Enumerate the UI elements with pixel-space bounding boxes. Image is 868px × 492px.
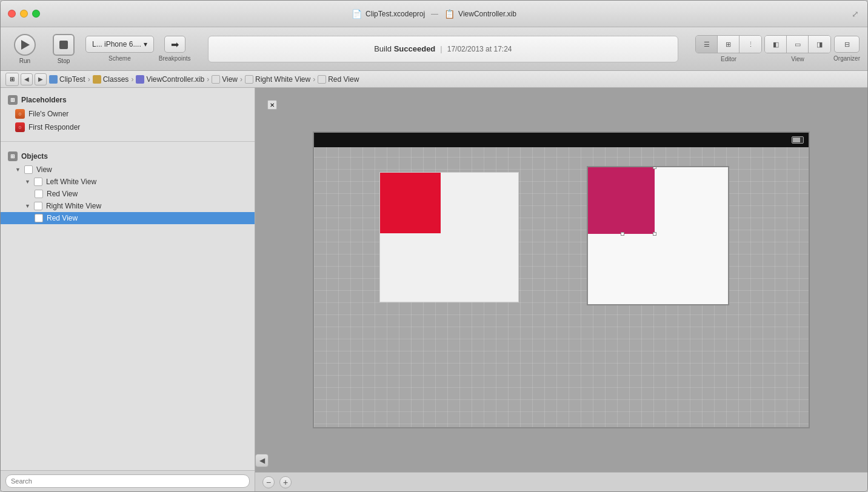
scheme-chevron-icon: ▾ (144, 40, 147, 48)
right-red-view-icon (35, 214, 43, 222)
scheme-selector[interactable]: L... iPhone 6.... ▾ (85, 36, 154, 53)
breadcrumb-view-label: View (222, 75, 238, 84)
left-red-view-label: Red View (47, 190, 78, 198)
sidebar-item-first-responder[interactable]: ○ First Responder (1, 121, 255, 134)
titlebar-title: 📄 ClipTest.xcodeproj — 📋 ViewController.… (352, 9, 516, 19)
project-file-icon: 📄 (352, 9, 362, 19)
debug-button[interactable]: ▭ (787, 36, 809, 53)
version-editor-button[interactable]: ⋮ (739, 36, 761, 53)
placeholders-label: Placeholders (21, 96, 67, 104)
grid-nav-button[interactable]: ⊞ (5, 73, 19, 86)
view-label-text: View (36, 165, 52, 174)
scheme-section: L... iPhone 6.... ▾ Scheme (85, 36, 154, 62)
files-owner-icon: ○ (15, 109, 25, 119)
sidebar-search-bar (1, 470, 255, 491)
breadcrumb-items: ClipTest › Classes › ViewController.xib … (49, 75, 359, 84)
canvas-bottom-bar: − + (255, 472, 867, 491)
build-divider: | (440, 44, 442, 53)
iphone-status-bar (314, 133, 809, 147)
sidebar: ⊞ Placeholders ○ File's Owner ○ First Re… (1, 88, 255, 491)
minimize-button[interactable] (20, 10, 28, 18)
breadcrumb-sep-2: › (131, 75, 133, 84)
stop-button[interactable]: Stop (47, 30, 81, 68)
build-timestamp: 17/02/2013 at 17:24 (447, 45, 512, 53)
titlebar: 📄 ClipTest.xcodeproj — 📋 ViewController.… (1, 1, 867, 27)
fullscreen-button[interactable]: ⤢ (850, 9, 860, 19)
objects-icon: ⊞ (8, 151, 18, 161)
placeholders-section: ⊞ Placeholders ○ File's Owner ○ First Re… (1, 88, 255, 139)
zoom-in-button[interactable]: + (279, 476, 292, 488)
sidebar-item-left-red-view[interactable]: Red View (1, 188, 255, 200)
view-button-group: ◧ ▭ ◨ (764, 35, 831, 53)
selection-handle-tr[interactable] (653, 166, 656, 169)
back-button[interactable]: ◀ (21, 73, 33, 85)
breakpoints-button[interactable]: ➡ (164, 36, 185, 53)
close-button[interactable] (8, 10, 16, 18)
left-red-view-icon (35, 190, 43, 198)
files-owner-label: File's Owner (28, 110, 68, 118)
run-button[interactable]: Run (8, 30, 42, 68)
sidebar-item-view[interactable]: View (1, 164, 255, 176)
organizer-button[interactable]: ⊟ (834, 36, 860, 53)
breadcrumb-right-white-view-label: Right White View (255, 75, 310, 84)
breadcrumb-clip-test[interactable]: ClipTest (49, 75, 85, 84)
left-white-view-icon (34, 178, 42, 186)
left-white-view-label: Left White View (46, 178, 96, 186)
objects-section: ⊞ Objects View Left White View (1, 144, 255, 229)
view-icon (24, 165, 33, 174)
traffic-lights (8, 10, 40, 18)
left-collapse-button[interactable]: ◀ (255, 454, 269, 467)
main-content: ⊞ Placeholders ○ File's Owner ○ First Re… (1, 88, 867, 491)
breadcrumb-view[interactable]: View (212, 75, 238, 84)
left-white-view-canvas (379, 172, 519, 302)
utilities-button[interactable]: ◨ (809, 36, 830, 53)
breadcrumb-viewcontroller-label: ViewController.xib (146, 75, 204, 84)
nav-icons: ⊞ ◀ ▶ (5, 73, 47, 86)
title-separator: — (431, 10, 438, 18)
scheme-label: L... iPhone 6.... (92, 40, 141, 48)
canvas-area: ◀ ✕ (255, 88, 867, 491)
objects-header: ⊞ Objects (1, 149, 255, 164)
classes-folder-icon (93, 75, 101, 84)
sidebar-search-input[interactable] (5, 474, 250, 488)
zoom-out-button[interactable]: − (262, 476, 275, 488)
right-white-view-bc-icon (245, 75, 253, 84)
editor-section: ☰ ⊞ ⋮ Editor (695, 35, 762, 62)
forward-button[interactable]: ▶ (35, 73, 47, 85)
navigator-button[interactable]: ◧ (765, 36, 787, 53)
organizer-label: Organizer (833, 55, 860, 62)
sidebar-item-right-white-view[interactable]: Right White View (1, 200, 255, 212)
sidebar-item-left-white-view[interactable]: Left White View (1, 176, 255, 188)
selection-handle-br[interactable] (653, 232, 656, 236)
main-window: 📄 ClipTest.xcodeproj — 📋 ViewController.… (0, 0, 868, 492)
first-responder-icon: ○ (15, 122, 25, 132)
canvas-wrapper: ✕ (255, 88, 867, 472)
scheme-section-label: Scheme (109, 55, 131, 62)
assistant-editor-button[interactable]: ⊞ (718, 36, 739, 53)
build-status-bar: Build Succeeded | 17/02/2013 at 17:24 (208, 36, 679, 62)
breadcrumb-clip-test-label: ClipTest (59, 75, 85, 84)
sidebar-divider (1, 141, 255, 142)
run-triangle-icon (21, 40, 30, 50)
run-circle-icon (14, 34, 36, 56)
view-file-icon: 📋 (444, 9, 455, 19)
organizer-section: ⊟ Organizer (833, 36, 860, 62)
maximize-button[interactable] (32, 10, 40, 18)
view-section: ◧ ▭ ◨ View (764, 35, 831, 62)
sidebar-item-files-owner[interactable]: ○ File's Owner (1, 107, 255, 121)
breadcrumb-viewcontroller[interactable]: ViewController.xib (136, 75, 204, 84)
build-result: Succeeded (394, 44, 436, 53)
sidebar-item-right-red-view[interactable]: Red View (1, 212, 255, 224)
selection-handle-bm[interactable] (621, 232, 624, 236)
breadcrumb-classes[interactable]: Classes (93, 75, 129, 84)
canvas-close-button[interactable]: ✕ (267, 100, 277, 110)
right-white-view-canvas[interactable] (587, 166, 729, 305)
right-white-view-label: Right White View (46, 202, 101, 210)
view-filename: ViewController.xib (458, 10, 516, 18)
breadcrumb-right-white-view[interactable]: Right White View (245, 75, 310, 84)
battery-icon (792, 136, 804, 144)
standard-editor-button[interactable]: ☰ (696, 36, 718, 53)
breadcrumb-red-view[interactable]: Red View (318, 75, 359, 84)
right-toolbar: ☰ ⊞ ⋮ Editor ◧ ▭ ◨ View ⊟ Organizer (695, 35, 860, 62)
editor-button-group: ☰ ⊞ ⋮ (695, 35, 762, 53)
